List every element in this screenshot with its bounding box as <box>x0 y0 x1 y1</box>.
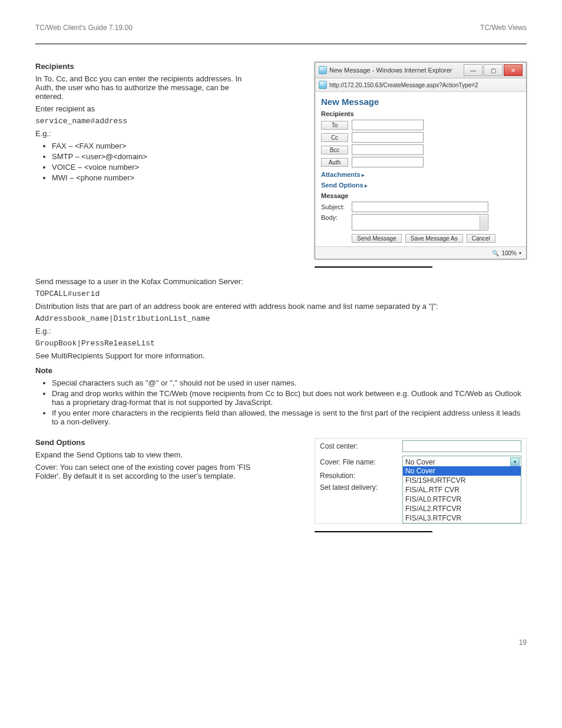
figure-caption-rule-1 <box>315 266 432 268</box>
send-options-heading: Send Options <box>35 438 259 447</box>
subject-input[interactable] <box>352 202 488 212</box>
resolution-label: Resolution: <box>320 472 402 480</box>
subject-label: Subject: <box>321 203 348 210</box>
ie-titlebar: New Message - Windows Internet Explorer … <box>315 62 526 78</box>
bullet-fax: FAX – <FAX number> <box>52 141 259 150</box>
message-section-label: Message <box>321 192 520 199</box>
cover-dropdown-list[interactable]: No Cover FIS/1SHURTFCVR FIS/AL.RTF CVR F… <box>402 466 521 523</box>
eg-label-1: E.g.: <box>35 129 259 138</box>
send-options-intro: Expand the Send Options tab to view them… <box>35 450 259 459</box>
cover-option-1[interactable]: FIS/1SHURTFCVR <box>403 476 521 485</box>
header-rule <box>35 44 527 44</box>
cover-label: Cover: File name: <box>320 458 402 466</box>
page-number: 19 <box>519 638 527 647</box>
code-topcall: TOPCALL#userid <box>35 289 527 298</box>
ie-favicon-icon <box>319 66 327 74</box>
save-message-as-button[interactable]: Save Message As <box>405 234 463 243</box>
cancel-button[interactable]: Cancel <box>467 234 495 243</box>
cover-option-4[interactable]: FIS/AL2.RTFCVR <box>403 504 521 513</box>
cover-option-5[interactable]: FIS/AL3.RTFCVR <box>403 513 521 523</box>
code-addrbook: Addressbook_name|DistributionList_name <box>35 314 527 323</box>
ie-window: New Message - Windows Internet Explorer … <box>315 62 527 259</box>
note-2: Drag and drop works within the TC/Web (m… <box>52 389 527 407</box>
send-options-panel: Cost center: Cover: File name: No Cover … <box>315 438 527 524</box>
minimize-button[interactable]: — <box>464 64 482 76</box>
cost-center-label: Cost center: <box>320 442 402 450</box>
bcc-button[interactable]: Bcc <box>321 146 348 154</box>
body-label: Body: <box>321 214 348 221</box>
cover-option-0[interactable]: No Cover <box>403 466 521 476</box>
body-textarea[interactable] <box>352 214 488 230</box>
bcc-input[interactable] <box>352 144 424 155</box>
to-input[interactable] <box>352 120 424 130</box>
send-kcs-para: Send message to a user in the Kofax Comm… <box>35 277 527 286</box>
cc-input[interactable] <box>352 132 424 143</box>
notes-list: Special characters such as "@" or "," sh… <box>35 378 527 426</box>
window-title: New Message - Windows Internet Explorer <box>329 67 452 74</box>
recipients-section-label: Recipients <box>321 110 520 117</box>
send-message-button[interactable]: Send Message <box>352 234 402 243</box>
recipients-heading: Recipients <box>35 62 259 71</box>
code-groupbook: GroupBook|PressReleaseList <box>35 339 527 348</box>
address-favicon-icon <box>319 81 327 89</box>
cover-selected-value: No Cover <box>405 458 435 466</box>
close-button[interactable]: ✕ <box>504 64 523 76</box>
cover-option-2[interactable]: FIS/AL.RTF CVR <box>403 485 521 495</box>
note-1: Special characters such as "@" or "," sh… <box>52 378 527 387</box>
page-heading: New Message <box>321 97 520 107</box>
note-heading: Note <box>35 366 52 375</box>
header-left: TC/Web Client's Guide 7.19.00 <box>35 24 133 32</box>
address-bar[interactable]: http://172.20.150.63/CreateMessage.aspx?… <box>315 78 526 92</box>
eg-label-2: E.g.: <box>35 327 527 335</box>
distlist-para: Distribution lists that are part of an a… <box>35 302 527 311</box>
auth-button[interactable]: Auth <box>321 158 348 167</box>
figure-caption-rule-2 <box>315 531 432 532</box>
bullet-voice: VOICE – <voice number> <box>52 163 259 172</box>
zoom-dropdown-icon[interactable]: ▾ <box>519 251 521 256</box>
cover-para: Cover: You can select one of the existin… <box>35 463 259 480</box>
bullet-smtp: SMTP – <user>@<domain> <box>52 152 259 161</box>
status-bar: 🔍 100% ▾ <box>315 246 526 259</box>
latest-delivery-label: Set latest delivery: <box>320 483 402 492</box>
url-text: http://172.20.150.63/CreateMessage.aspx?… <box>329 82 478 88</box>
cc-button[interactable]: Cc <box>321 133 348 142</box>
cost-center-input[interactable] <box>402 440 521 452</box>
bullet-mwi: MWI – <phone number> <box>52 173 259 182</box>
auth-input[interactable] <box>352 157 424 167</box>
note-3: If you enter more characters in the reci… <box>52 409 527 426</box>
cover-option-3[interactable]: FIS/AL0.RTFCVR <box>403 495 521 504</box>
see-more-para: See MultiRecipients Support for more inf… <box>35 351 527 360</box>
zoom-icon: 🔍 <box>492 250 499 256</box>
maximize-button[interactable]: ▢ <box>484 64 503 76</box>
to-button[interactable]: To <box>321 121 348 130</box>
chevron-down-icon: ▾ <box>510 457 520 467</box>
header-right: TC/Web Views <box>480 24 527 32</box>
code-service-address: service_name#address <box>35 117 259 126</box>
recipients-intro: In To, Cc, and Bcc you can enter the rec… <box>35 74 259 101</box>
service-bullets: FAX – <FAX number> SMTP – <user>@<domain… <box>35 141 259 182</box>
attachments-toggle[interactable]: Attachments <box>321 171 520 178</box>
enter-as-label: Enter recipient as <box>35 104 259 113</box>
zoom-level: 100% <box>501 250 517 256</box>
send-options-toggle[interactable]: Send Options <box>321 182 520 189</box>
